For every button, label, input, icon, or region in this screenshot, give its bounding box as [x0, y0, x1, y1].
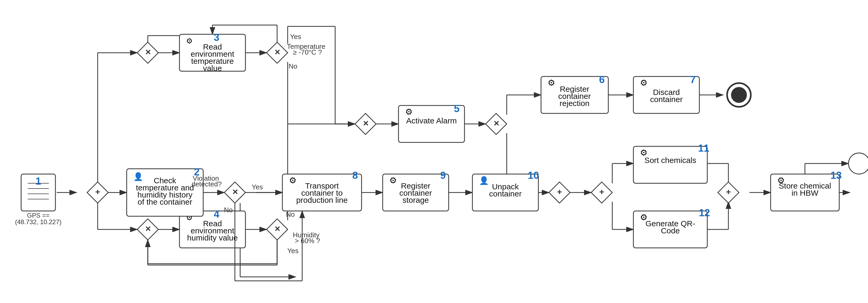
svg-text:≥ -70°C ?: ≥ -70°C ?: [293, 48, 322, 56]
svg-text:✕: ✕: [145, 48, 151, 57]
svg-text:+: +: [726, 187, 731, 197]
xor-gateway-lower-split: ✕: [137, 219, 158, 240]
svg-text:Sort chemicals: Sort chemicals: [645, 156, 696, 165]
svg-text:✕: ✕: [145, 225, 151, 233]
svg-text:⚙: ⚙: [289, 176, 297, 185]
svg-text:✕: ✕: [274, 225, 280, 233]
svg-text:⚙: ⚙: [640, 78, 648, 88]
parallel-gateway-split-3: +: [591, 182, 612, 203]
svg-text:No: No: [288, 62, 297, 70]
xor-gateway-upper-split: ✕: [137, 42, 158, 63]
svg-text:container: container: [650, 95, 682, 104]
parallel-gateway-join-2: +: [549, 182, 570, 203]
task-10: 👤 10 Unpack container: [472, 170, 539, 211]
svg-point-111: [731, 87, 747, 103]
svg-text:Yes: Yes: [252, 183, 263, 191]
svg-text:11: 11: [698, 143, 709, 154]
svg-text:detected?: detected?: [192, 180, 222, 188]
svg-text:12: 12: [699, 207, 710, 218]
task-8: ⚙ 8 Transport container to production li…: [282, 170, 362, 211]
svg-text:3: 3: [214, 32, 219, 43]
svg-text:👤: 👤: [479, 176, 489, 186]
svg-text:⚙: ⚙: [389, 176, 397, 185]
task-11: ⚙ 11 Sort chemicals: [633, 143, 709, 183]
start-event: GPS == (48.732, 10.227) 1: [15, 174, 61, 226]
svg-text:storage: storage: [402, 196, 429, 204]
svg-text:No: No: [286, 210, 294, 218]
svg-text:5: 5: [454, 103, 460, 114]
svg-text:13: 13: [831, 170, 842, 181]
xor-gateway-temp-check: ✕ Yes No Temperature ≥ -70°C ?: [267, 33, 326, 70]
task-12: ⚙ 12 Generate QR- Code: [633, 207, 710, 248]
svg-text:6: 6: [599, 74, 604, 85]
svg-text:9: 9: [440, 170, 446, 181]
svg-point-162: [848, 153, 868, 174]
svg-text:✕: ✕: [274, 48, 280, 57]
xor-gateway-merge-alarm: ✕: [355, 113, 376, 134]
svg-text:1: 1: [35, 176, 41, 187]
svg-text:of the container: of the container: [138, 198, 192, 206]
parallel-gateway-join-4: +: [718, 182, 739, 203]
svg-text:⚙: ⚙: [405, 107, 413, 116]
svg-text:✕: ✕: [232, 188, 238, 196]
task-6: ⚙ 6 Register container rejection: [541, 74, 608, 113]
svg-text:⚙: ⚙: [186, 37, 193, 45]
task-9: ⚙ 9 Register container storage: [383, 170, 448, 211]
svg-text:✕: ✕: [363, 120, 369, 128]
svg-text:✕: ✕: [493, 120, 499, 128]
svg-text:humidity value: humidity value: [187, 233, 238, 242]
svg-text:+: +: [599, 187, 604, 197]
end-event: [727, 83, 751, 107]
svg-text:production line: production line: [296, 196, 347, 204]
task-3: ⚙ 3 Read environment temperature value: [180, 32, 245, 72]
parallel-gateway-1: +: [87, 182, 108, 203]
svg-text:> 60% ?: > 60% ?: [295, 237, 320, 245]
svg-text:10: 10: [528, 170, 539, 181]
svg-text:Yes: Yes: [290, 33, 301, 41]
svg-text:rejection: rejection: [559, 99, 589, 108]
svg-text:Yes: Yes: [287, 247, 299, 255]
svg-text:in HBW: in HBW: [792, 189, 818, 197]
svg-text:Activate Alarm: Activate Alarm: [406, 116, 457, 125]
task-5: ⚙ 5 Activate Alarm: [399, 103, 464, 142]
xor-gateway-humidity-check: ✕ No Yes Humidity > 60% ?: [267, 210, 320, 255]
svg-text:+: +: [557, 187, 562, 197]
svg-text:No: No: [224, 206, 232, 214]
svg-text:4: 4: [214, 209, 219, 220]
svg-text:(48.732, 10.227): (48.732, 10.227): [15, 218, 61, 226]
process-diagram: GPS == (48.732, 10.227) 1 + ✕ ⚙ 3 Read e…: [0, 0, 868, 303]
svg-text:7: 7: [690, 74, 696, 85]
xor-gateway-after-alarm: ✕: [486, 113, 507, 134]
task-7: ⚙ 7 Discard container: [633, 74, 700, 113]
svg-text:8: 8: [352, 170, 358, 181]
svg-text:⚙: ⚙: [548, 78, 555, 88]
svg-text:GPS ==: GPS ==: [27, 212, 49, 219]
task-2: 👤 2 Check temperature and humidity histo…: [127, 166, 203, 216]
svg-text:👤: 👤: [133, 172, 143, 181]
svg-text:+: +: [95, 187, 100, 197]
svg-text:container: container: [489, 189, 522, 198]
task-13: ⚙ 13 Store chemical in HBW: [771, 170, 842, 211]
svg-text:Code: Code: [661, 226, 680, 235]
svg-text:value: value: [203, 64, 222, 72]
